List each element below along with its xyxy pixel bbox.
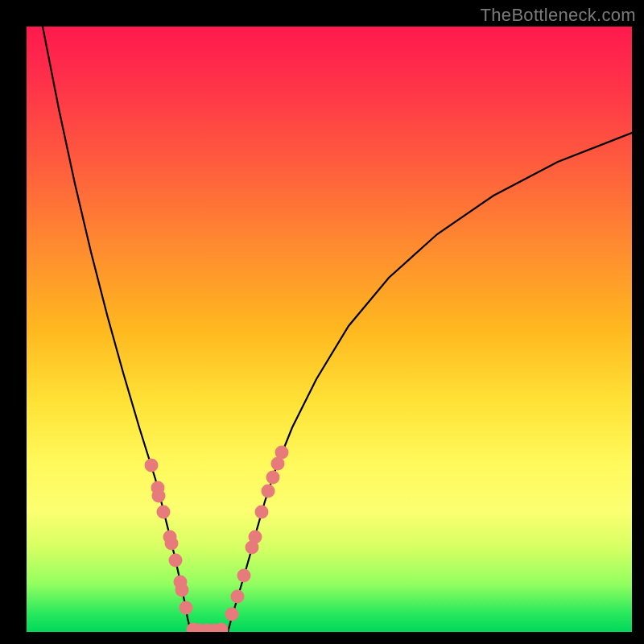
data-point-dot <box>145 459 159 473</box>
data-point-dot <box>231 590 245 604</box>
data-point-dot <box>275 446 289 460</box>
data-point-dot <box>180 601 193 615</box>
dots-right <box>225 446 289 621</box>
data-point-dot <box>225 608 239 621</box>
curve-overlay <box>27 27 632 632</box>
data-point-dot <box>255 506 269 519</box>
data-point-dot <box>165 537 179 551</box>
outer-frame: TheBottleneck.com <box>0 0 644 644</box>
data-point-dot <box>175 584 189 597</box>
data-point-dot <box>152 489 166 503</box>
data-point-dot <box>266 471 280 485</box>
data-point-dot <box>262 485 275 498</box>
plot-area <box>27 27 632 632</box>
data-point-dot <box>249 530 262 544</box>
watermark-text: TheBottleneck.com <box>481 5 636 26</box>
curve-right <box>228 133 632 632</box>
dots-bottom <box>187 623 229 633</box>
data-point-dot <box>169 554 183 568</box>
dots-left <box>145 459 193 615</box>
data-point-dot <box>157 506 171 519</box>
data-point-dot <box>237 569 251 583</box>
